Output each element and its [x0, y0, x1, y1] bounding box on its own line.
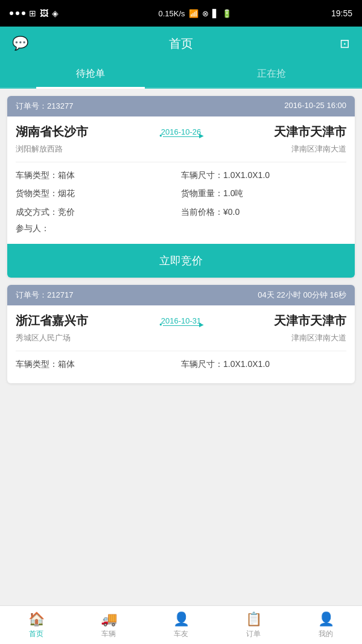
bottom-nav: 🏠 首页 🚚 车辆 👤 车友 📋 订单 👤 我的: [0, 605, 362, 644]
route-arrow-1: [163, 136, 199, 137]
nav-friends-label: 车友: [174, 629, 188, 639]
order-datetime-1: 2016-10-25 16:00: [284, 101, 346, 112]
nav-mine-label: 我的: [319, 629, 333, 639]
nav-friends[interactable]: 👤 车友: [145, 606, 217, 644]
wifi-icon: ◈: [52, 8, 59, 18]
from-address-2: 秀城区人民广场: [16, 333, 71, 343]
home-icon: 🏠: [28, 611, 45, 627]
order-card-1: 订单号：213277 2016-10-25 16:00 湖南省长沙市 2016-…: [7, 96, 355, 278]
goods-type-1: 货物类型：烟花: [16, 187, 181, 200]
order-header-2: 订单号：212717 04天 22小时 00分钟 16秒: [7, 285, 355, 305]
order-number-1: 订单号：213277: [16, 101, 73, 112]
signal-dots: [10, 11, 25, 15]
route-row-2: 浙江省嘉兴市 2016-10-31 天津市天津市: [16, 313, 346, 329]
nav-vehicle-label: 车辆: [101, 629, 116, 639]
from-city-2: 浙江省嘉兴市: [16, 313, 88, 329]
vehicle-type-1: 车辆类型：箱体: [16, 168, 181, 182]
status-left: ⊞ 🖼 ◈: [10, 8, 59, 18]
order-number-2: 订单号：212717: [16, 290, 73, 301]
to-address-2: 津南区津南大道: [291, 333, 346, 343]
mine-icon: 👤: [318, 611, 334, 627]
app-grid-icon: ⊞: [29, 8, 36, 18]
friends-icon: 👤: [173, 611, 189, 627]
scan-icon[interactable]: ⊡: [340, 36, 350, 51]
page-title: 首页: [169, 36, 193, 52]
to-city-1: 天津市天津市: [274, 124, 346, 140]
status-center: 0.15K/s 📶 ⊗ ▋ 🔋: [158, 9, 231, 18]
order-datetime-2: 04天 22小时 00分钟 16秒: [258, 290, 346, 301]
vehicle-size-2: 车辆尺寸：1.0X1.0X1.0: [181, 357, 346, 371]
tab-waiting[interactable]: 待抢单: [0, 60, 181, 88]
nav-vehicle[interactable]: 🚚 车辆: [72, 606, 145, 644]
orders-icon: 📋: [246, 611, 262, 627]
address-row-1: 浏阳解放西路 津南区津南大道: [16, 144, 346, 155]
from-city-1: 湖南省长沙市: [16, 124, 88, 140]
order-list: 订单号：213277 2016-10-25 16:00 湖南省长沙市 2016-…: [0, 89, 362, 605]
to-city-2: 天津市天津市: [274, 313, 346, 329]
route-date-1: 2016-10-26: [88, 127, 274, 137]
battery-icon: 🔋: [222, 9, 232, 18]
nav-orders[interactable]: 📋 订单: [217, 606, 290, 644]
nav-home-label: 首页: [29, 629, 43, 639]
tab-bar: 待抢单 正在抢: [0, 60, 362, 89]
tab-grabbing[interactable]: 正在抢: [181, 60, 362, 88]
status-time: 19:55: [331, 8, 352, 18]
route-row-1: 湖南省长沙市 2016-10-26 天津市天津市: [16, 124, 346, 140]
to-address-1: 津南区津南大道: [291, 144, 346, 155]
vehicle-type-2: 车辆类型：箱体: [16, 357, 181, 371]
vehicle-icon: 🚚: [101, 611, 117, 627]
goods-weight-1: 货物重量：1.0吨: [181, 187, 346, 200]
order-header-1: 订单号：213277 2016-10-25 16:00: [7, 96, 355, 116]
status-bar: ⊞ 🖼 ◈ 0.15K/s 📶 ⊗ ▋ 🔋 19:55: [0, 0, 362, 27]
route-date-2: 2016-10-31: [88, 316, 274, 326]
route-arrow-2: [163, 325, 199, 326]
current-price-1: 当前价格：¥0.0: [181, 205, 346, 218]
photo-icon: 🖼: [40, 8, 48, 18]
nav-mine[interactable]: 👤 我的: [290, 606, 362, 644]
network-speed: 0.15K/s: [158, 9, 185, 18]
from-address-1: 浏阳解放西路: [16, 144, 63, 155]
participants-1: 参与人：: [16, 223, 346, 234]
chat-icon[interactable]: 💬: [12, 36, 28, 51]
nav-orders-label: 订单: [246, 629, 261, 639]
order-card-2: 订单号：212717 04天 22小时 00分钟 16秒 浙江省嘉兴市 2016…: [7, 285, 355, 383]
info-grid-2: 车辆类型：箱体 车辆尺寸：1.0X1.0X1.0: [16, 357, 346, 371]
deal-type-1: 成交方式：竞价: [16, 205, 181, 218]
order-body-2: 浙江省嘉兴市 2016-10-31 天津市天津市 秀城区人民广场 津南区津南大道…: [7, 305, 355, 383]
sim-icon: ⊗: [202, 9, 209, 18]
app-header: 💬 首页 ⊡: [0, 27, 362, 60]
order-body-1: 湖南省长沙市 2016-10-26 天津市天津市 浏阳解放西路 津南区津南大道 …: [7, 116, 355, 244]
bid-button-1[interactable]: 立即竞价: [7, 244, 355, 278]
signal-bars-icon: ▋: [212, 9, 218, 18]
nav-home[interactable]: 🏠 首页: [0, 606, 72, 644]
vehicle-size-1: 车辆尺寸：1.0X1.0X1.0: [181, 168, 346, 182]
address-row-2: 秀城区人民广场 津南区津南大道: [16, 333, 346, 343]
info-grid-1: 车辆类型：箱体 车辆尺寸：1.0X1.0X1.0 货物类型：烟花 货物重量：1.…: [16, 168, 346, 218]
wifi-signal-icon: 📶: [189, 9, 198, 18]
